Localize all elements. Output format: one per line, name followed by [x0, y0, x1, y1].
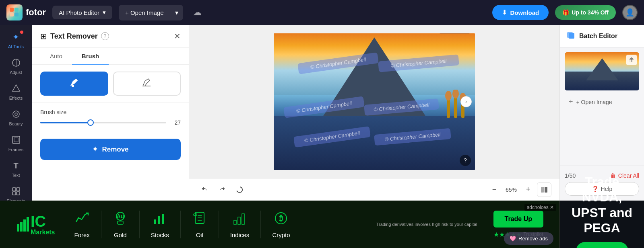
chevron-down-icon: ▾ — [103, 9, 106, 16]
thumbnail-delete-button[interactable]: 🗑 — [626, 55, 637, 65]
crypto-label: Crypto — [272, 232, 290, 238]
canvas-image[interactable]: © Christopher Campbell © Christopher Cam… — [274, 33, 475, 170]
ad-item-crypto: ₿ Crypto — [261, 211, 301, 238]
svg-rect-3 — [14, 12, 19, 16]
tab-brush[interactable]: Brush — [72, 48, 109, 65]
collapse-arrow[interactable]: › — [460, 96, 472, 107]
open-image-button[interactable]: + Open Image ▾ — [119, 5, 183, 20]
remove-ads-button[interactable]: 🩷 Remove ads — [504, 232, 553, 245]
zoom-out-button[interactable]: − — [489, 184, 500, 195]
svg-rect-13 — [12, 192, 16, 195]
svg-rect-34 — [118, 221, 123, 224]
svg-rect-1 — [14, 8, 19, 12]
svg-rect-0 — [10, 8, 14, 12]
remove-button[interactable]: ✦ Remove — [40, 139, 181, 160]
text-icon: T — [10, 160, 22, 171]
open-image-right-label: + Open Image — [576, 99, 612, 105]
beauty-label: Beauty — [9, 121, 23, 126]
app-selector-button[interactable]: AI Photo Editor ▾ — [52, 6, 112, 19]
svg-rect-44 — [238, 217, 240, 224]
batch-editor-header[interactable]: Batch Editor — [560, 25, 644, 47]
brush-size-slider[interactable] — [40, 122, 166, 123]
sign-up-button[interactable]: Sign up — [576, 242, 628, 248]
tab-auto[interactable]: Auto — [40, 48, 72, 65]
svg-point-8 — [15, 113, 17, 115]
cloud-button[interactable]: ☁ — [193, 7, 202, 18]
brush-erase-option[interactable] — [113, 72, 181, 96]
sidebar-item-text[interactable]: T Text — [3, 157, 29, 181]
ad-content: IC Markets Forex — [0, 211, 559, 238]
oil-label: Oil — [196, 232, 203, 238]
sidebar-item-effects[interactable]: Effects — [3, 80, 29, 104]
redo-button[interactable] — [215, 182, 229, 197]
brush-size-section: Brush size 27 — [32, 102, 189, 132]
svg-rect-29 — [20, 222, 23, 232]
bottom-toolbar: − 65% + — [189, 178, 559, 201]
frames-label: Frames — [8, 147, 23, 152]
panel-close-button[interactable]: ✕ — [174, 31, 181, 41]
open-image-arrow[interactable]: ▾ — [170, 5, 183, 20]
zoom-level: 65% — [503, 187, 519, 193]
right-ad-title: Trade NVDA, UPST and PEGA — [566, 174, 638, 236]
remove-ads-label: Remove ads — [518, 236, 548, 242]
panel-divider — [560, 166, 644, 166]
sale-button[interactable]: 🎁 Up to 34% Off — [555, 5, 616, 20]
thumb-mountain — [586, 58, 618, 80]
sidebar-item-frames[interactable]: Frames — [3, 131, 29, 155]
brush-add-option[interactable] — [40, 72, 108, 96]
svg-rect-36 — [158, 216, 160, 224]
zoom-in-button[interactable]: + — [522, 184, 534, 195]
svg-rect-28 — [17, 224, 19, 232]
gift-icon: 🎁 — [562, 9, 569, 16]
elements-icon — [10, 186, 22, 197]
logo-text: fotor — [26, 7, 46, 18]
svg-text:Au: Au — [116, 213, 124, 219]
ad-tagline: Trading derivatives involves high risk t… — [368, 222, 485, 227]
ad-banner-main: adchoices ✕ IC Markets — [0, 201, 559, 248]
svg-rect-14 — [17, 192, 20, 195]
ad-item-indices: Indices — [219, 211, 261, 238]
svg-rect-43 — [234, 220, 236, 224]
canvas-help-icon[interactable]: ? — [460, 155, 471, 166]
undo-button[interactable] — [197, 182, 212, 197]
sidebar-item-beauty[interactable]: Beauty — [3, 105, 29, 129]
gold-label: Gold — [114, 232, 127, 238]
download-icon: ⬇ — [502, 9, 507, 16]
ad-item-gold: Au Gold — [101, 211, 140, 238]
brush-options — [32, 65, 189, 102]
panel-title: Text Remover — [50, 32, 98, 41]
download-label: Download — [510, 9, 539, 16]
brush-add-icon — [69, 77, 79, 90]
reset-button[interactable] — [233, 182, 247, 197]
compare-button[interactable] — [537, 182, 551, 197]
ad-logo-name: Markets — [31, 229, 55, 236]
svg-rect-12 — [17, 188, 20, 191]
sidebar-item-adjust[interactable]: Adjust — [3, 54, 29, 78]
download-button[interactable]: ⬇ Download — [492, 5, 549, 20]
open-image-right-button[interactable]: + + Open Image — [565, 94, 639, 110]
svg-rect-25 — [545, 187, 547, 193]
svg-rect-45 — [242, 214, 244, 224]
sidebar-item-elements[interactable]: Elements — [3, 182, 29, 201]
text-label: Text — [12, 173, 20, 178]
topbar: fotor AI Photo Editor ▾ + Open Image ▾ ☁… — [0, 0, 644, 25]
ad-logo-area: IC Markets — [8, 213, 63, 236]
heart-icon: 🩷 — [510, 236, 516, 242]
crypto-icon: ₿ — [273, 211, 289, 229]
svg-point-20 — [452, 90, 459, 98]
user-avatar[interactable]: 👤 — [622, 5, 638, 20]
main-area: ✦ AI Tools Adjust Effects — [0, 25, 644, 201]
ad-close-button[interactable]: adchoices ✕ — [524, 204, 556, 211]
open-image-main-label[interactable]: + Open Image — [119, 5, 170, 20]
sidebar-item-ai-tools[interactable]: ✦ AI Tools — [3, 28, 29, 52]
svg-marker-6 — [12, 85, 20, 91]
trade-up-button[interactable]: Trade Up — [493, 211, 543, 228]
indices-label: Indices — [230, 232, 250, 238]
beauty-icon — [10, 109, 22, 120]
panel-help-icon[interactable]: ? — [101, 32, 109, 40]
brush-erase-icon — [142, 77, 152, 90]
indices-icon — [232, 211, 248, 229]
oil-icon — [192, 211, 207, 229]
plus-icon: + — [569, 98, 573, 106]
ic-text: IC Markets — [31, 213, 55, 236]
